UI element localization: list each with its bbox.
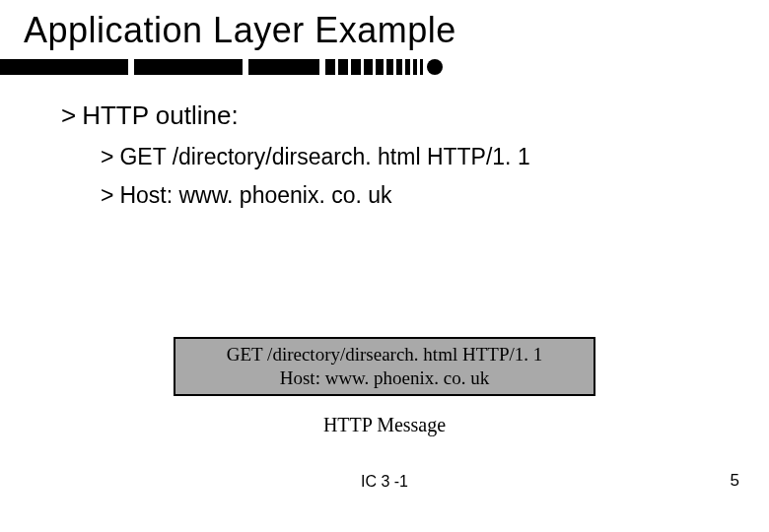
slide-body: >HTTP outline: >GET /directory/dirsearch… [0, 91, 769, 213]
svg-rect-10 [405, 59, 410, 75]
http-message-label: HTTP Message [0, 414, 769, 436]
http-message-box: GET /directory/dirsearch. html HTTP/1. 1… [174, 337, 595, 396]
outline-item: >Host: www. phoenix. co. uk [101, 179, 769, 212]
svg-rect-11 [413, 59, 417, 75]
http-message-line: Host: www. phoenix. co. uk [175, 366, 594, 390]
chevron-icon: > [101, 141, 113, 173]
outline-item-text: Host: www. phoenix. co. uk [119, 182, 391, 208]
svg-rect-7 [376, 59, 384, 75]
svg-point-13 [427, 59, 443, 75]
title-separator [0, 59, 769, 75]
svg-rect-4 [338, 59, 348, 75]
svg-rect-0 [0, 59, 128, 75]
page-number: 5 [731, 471, 739, 491]
svg-rect-1 [134, 59, 243, 75]
svg-rect-6 [364, 59, 373, 75]
slide-title: Application Layer Example [0, 0, 769, 59]
outline-item-text: GET /directory/dirsearch. html HTTP/1. 1 [119, 144, 529, 169]
svg-rect-12 [420, 59, 423, 75]
svg-rect-3 [325, 59, 335, 75]
chevron-icon: > [101, 179, 113, 212]
outline-item: >GET /directory/dirsearch. html HTTP/1. … [101, 141, 769, 173]
footer-center: IC 3 -1 [0, 473, 769, 491]
svg-rect-9 [396, 59, 402, 75]
svg-rect-2 [248, 59, 319, 75]
outline-heading: >HTTP outline: [61, 100, 769, 131]
outline-heading-text: HTTP outline: [82, 100, 238, 130]
http-message-line: GET /directory/dirsearch. html HTTP/1. 1 [175, 343, 594, 366]
svg-rect-5 [351, 59, 361, 75]
svg-rect-8 [386, 59, 393, 75]
chevron-icon: > [61, 100, 76, 131]
